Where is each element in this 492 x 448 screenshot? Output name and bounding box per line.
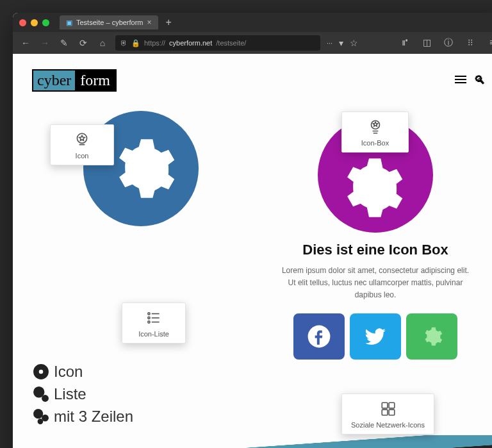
extensions-icon[interactable]: ⁝⁝ [464,37,477,49]
list-item-label: Icon [54,361,83,383]
tooltip-label: Soziale Netzwerk-Icons [351,421,425,429]
list-item-label: Liste [54,383,86,406]
url-host: cyberform.net [169,39,212,47]
url-prefix: https:// [144,39,165,47]
close-window-button[interactable] [19,19,26,26]
svg-point-9 [148,313,150,315]
tab-title: Testseite – cyberform [76,19,144,26]
url-bar[interactable]: ⛨ 🔒 https://cyberform.net/testseite/ [115,35,320,51]
shield-icon: ⛨ [120,39,127,47]
titlebar: ▣ Testseite – cyberform × + [13,13,492,32]
svg-point-13 [148,321,150,323]
permissions-icon[interactable]: ▾ [339,38,343,48]
tooltip-label: Icon [76,152,89,160]
logo-left: cyber [33,71,75,90]
page: cyber form 🔍︎ [13,54,492,448]
library-icon[interactable]: ⑈ [398,37,411,49]
back-button[interactable]: ← [19,38,32,48]
tooltip-iconlist[interactable]: Icon-Liste [122,303,186,344]
menu-button[interactable]: ≡ [486,37,492,49]
gear-icon [334,153,404,223]
window-controls [19,19,49,26]
minimize-window-button[interactable] [31,19,38,26]
gear-icon [32,385,50,403]
share-button[interactable] [406,313,457,360]
iconbox-title: Dies ist eine Icon Box [265,242,486,258]
site-logo[interactable]: cyber form [32,69,117,92]
gear-icon [32,408,50,426]
search-icon[interactable]: 🔍︎ [474,74,486,87]
browser-tab[interactable]: ▣ Testseite – cyberform × [60,15,158,29]
list-icon [145,310,162,326]
facebook-icon [307,324,331,349]
iconbox-text: Lorem ipsum dolor sit amet, consectetur … [278,265,473,302]
svg-point-11 [148,317,150,319]
svg-point-1 [39,370,44,374]
tooltip-label: Icon-Liste [138,330,169,338]
browser-window: ▣ Testseite – cyberform × + ← → ✎ ⟳ ⌂ ⛨ … [13,13,492,448]
browser-toolbar: ← → ✎ ⟳ ⌂ ⛨ 🔒 https://cyberform.net/test… [13,32,492,54]
gear-icon [421,326,443,347]
footer-band [13,435,492,448]
lock-icon: 🔒 [131,39,140,47]
forward-button[interactable]: → [38,38,51,48]
gear-icon [32,363,50,381]
tab-favicon: ▣ [66,19,72,27]
list-item-label: mit 3 Zeilen [54,406,133,428]
list-item: mit 3 Zeilen [32,406,133,428]
close-tab-button[interactable]: × [147,18,152,27]
tooltip-icon[interactable]: Icon [50,124,114,165]
tooltip-iconbox[interactable]: Icon-Box [341,112,409,153]
bookmark-icon[interactable]: ☆ [350,38,358,48]
star-badge-icon [367,119,384,135]
svg-rect-21 [389,410,395,415]
home-button[interactable]: ⌂ [96,38,109,48]
list-item: Icon [32,361,133,383]
svg-point-4 [33,409,43,419]
social-buttons [265,313,486,360]
social-grid-icon [380,401,397,417]
tooltip-social[interactable]: Soziale Netzwerk-Icons [341,394,434,435]
star-badge-icon [74,131,90,148]
reload-button[interactable]: ⟳ [77,38,90,48]
account-icon[interactable]: ⓘ [442,37,455,49]
devtools-button[interactable]: ✎ [58,38,70,48]
svg-rect-20 [382,410,388,415]
logo-right: form [75,71,115,90]
sidebar-icon[interactable]: ◫ [420,37,433,49]
twitter-button[interactable] [350,313,401,360]
gear-icon [106,133,176,204]
facebook-button[interactable] [293,313,345,360]
svg-rect-18 [382,402,388,408]
menu-icon[interactable] [455,74,466,87]
twitter-icon [363,324,388,349]
svg-point-3 [42,395,49,402]
tooltip-label: Icon-Box [361,139,389,147]
svg-rect-19 [389,402,395,408]
list-item: Liste [32,383,133,406]
site-header: cyber form 🔍︎ [32,69,486,92]
svg-point-6 [38,419,44,424]
url-path: /testseite/ [216,39,246,47]
icon-list: Icon Liste mit 3 Zeilen [32,361,133,427]
new-tab-button[interactable]: + [162,17,176,28]
maximize-window-button[interactable] [42,19,49,26]
